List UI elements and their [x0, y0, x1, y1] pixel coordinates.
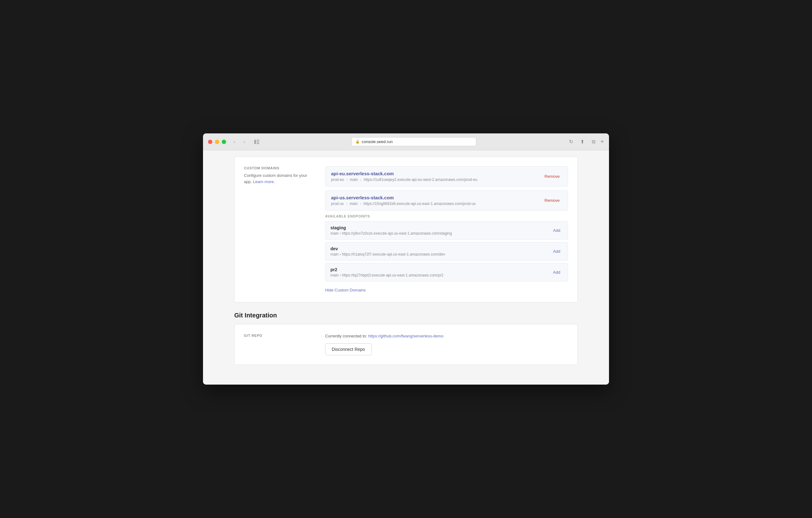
custom-domains-description: Configure custom domains for your app. L…	[244, 172, 313, 185]
address-text: console.seed.run	[361, 139, 393, 144]
page-content: CUSTOM DOMAINS Configure custom domains …	[203, 150, 609, 384]
traffic-lights	[208, 140, 226, 144]
endpoint-info-staging: staging main › https://y8vv7z0cck.execut…	[330, 225, 452, 236]
lock-icon: 🔒	[355, 140, 360, 144]
browser-actions: ↻ ⬆ ⧉ +	[567, 138, 604, 146]
repo-url-link[interactable]: https://github.com/fwang/serverless-demo	[368, 334, 443, 338]
domain-name-eu: api-eu.serverless-stack.com	[331, 171, 477, 176]
share-button[interactable]: ⬆	[578, 138, 586, 146]
git-integration-heading: Git Integration	[234, 312, 578, 319]
back-button[interactable]: ‹	[230, 138, 239, 146]
domain-name-us: api-us.serverless-stack.com	[331, 195, 476, 200]
browser-window: ‹ › 🔒 console.seed.run ↻ ⬆ ⧉ +	[203, 134, 609, 384]
git-repo-label: GIT REPO	[244, 334, 313, 338]
endpoint-path-dev: main › https://h1atvq72f7.execute-api.us…	[330, 252, 445, 257]
add-dev-button[interactable]: Add	[551, 248, 563, 255]
learn-more-link[interactable]: Learn more.	[253, 179, 275, 184]
sidebar-toggle-button[interactable]	[252, 138, 261, 145]
add-tab-button[interactable]: +	[600, 138, 604, 145]
endpoints-label: AVAILABLE ENDPOINTS	[325, 214, 568, 218]
endpoint-dev: dev main › https://h1atvq72f7.execute-ap…	[325, 242, 568, 261]
endpoint-path-pr2: main › https://tq27nbpt2l.execute-api.us…	[330, 273, 443, 278]
endpoint-name-pr2: pr2	[330, 267, 443, 272]
new-tab-button[interactable]: ⧉	[589, 138, 598, 146]
svg-rect-2	[257, 141, 259, 142]
address-input[interactable]: 🔒 console.seed.run	[351, 137, 476, 146]
domain-card-us: api-us.serverless-stack.com prod-us › ma…	[325, 190, 568, 210]
nav-buttons: ‹ ›	[230, 138, 249, 146]
close-button[interactable]	[208, 140, 212, 144]
domain-path-us: prod-us › main › https://15ng8681b6.exec…	[331, 202, 476, 206]
git-right: Currently connected to: https://github.c…	[325, 334, 568, 355]
git-integration-title: Git Integration	[234, 312, 578, 319]
minimize-button[interactable]	[215, 140, 219, 144]
reload-button[interactable]: ↻	[567, 138, 575, 146]
endpoint-info-dev: dev main › https://h1atvq72f7.execute-ap…	[330, 246, 445, 257]
domain-info-us: api-us.serverless-stack.com prod-us › ma…	[331, 195, 476, 206]
forward-button[interactable]: ›	[240, 138, 249, 146]
add-pr2-button[interactable]: Add	[551, 269, 563, 276]
hide-custom-domains-link[interactable]: Hide Custom Domains	[325, 288, 366, 292]
remove-eu-button[interactable]: Remove	[542, 173, 562, 180]
domain-card-eu: api-eu.serverless-stack.com prod-eu › ma…	[325, 166, 568, 186]
endpoint-name-staging: staging	[330, 225, 452, 230]
domain-info-eu: api-eu.serverless-stack.com prod-eu › ma…	[331, 171, 477, 182]
disconnect-repo-button[interactable]: Disconnect Repo	[325, 343, 372, 355]
custom-domains-section: CUSTOM DOMAINS Configure custom domains …	[234, 156, 578, 303]
svg-rect-1	[257, 140, 259, 141]
endpoint-path-staging: main › https://y8vv7z0cck.execute-api.us…	[330, 231, 452, 236]
section-right: api-eu.serverless-stack.com prod-eu › ma…	[325, 166, 568, 293]
browser-titlebar: ‹ › 🔒 console.seed.run ↻ ⬆ ⧉ +	[203, 134, 609, 150]
domain-path-eu: prod-eu › main › https://1u81uwqey2.exec…	[331, 177, 477, 182]
endpoints-section: AVAILABLE ENDPOINTS staging main › https…	[325, 214, 568, 282]
maximize-button[interactable]	[222, 140, 226, 144]
git-integration-section: GIT REPO Currently connected to: https:/…	[234, 324, 578, 365]
address-bar: 🔒 console.seed.run	[265, 137, 563, 146]
svg-rect-3	[257, 143, 259, 144]
git-left: GIT REPO	[244, 334, 313, 340]
endpoint-staging: staging main › https://y8vv7z0cck.execut…	[325, 221, 568, 240]
section-left: CUSTOM DOMAINS Configure custom domains …	[244, 166, 313, 293]
add-staging-button[interactable]: Add	[551, 227, 563, 234]
git-connected-text: Currently connected to: https://github.c…	[325, 334, 568, 338]
endpoint-pr2: pr2 main › https://tq27nbpt2l.execute-ap…	[325, 263, 568, 282]
remove-us-button[interactable]: Remove	[542, 197, 562, 204]
svg-rect-0	[254, 140, 256, 144]
endpoint-name-dev: dev	[330, 246, 445, 251]
custom-domains-label: CUSTOM DOMAINS	[244, 166, 313, 170]
endpoint-info-pr2: pr2 main › https://tq27nbpt2l.execute-ap…	[330, 267, 443, 278]
